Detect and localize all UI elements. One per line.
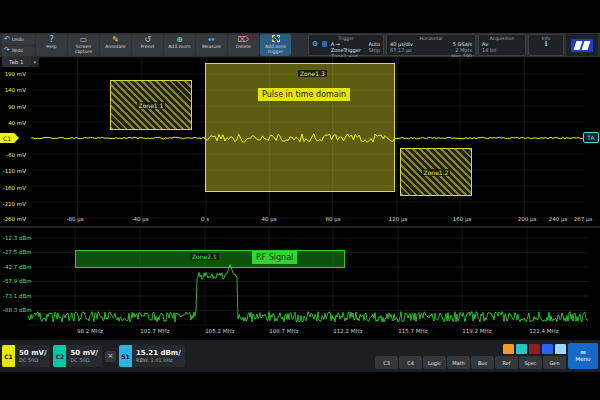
screen-capture-button[interactable]: ▭ Screen capture — [68, 34, 99, 56]
annotate-label: Annotate — [105, 44, 126, 49]
app-color-tile[interactable] — [542, 344, 553, 354]
channel1-scale: 50 mV/ — [19, 349, 46, 357]
time-x-label: 160 µs — [444, 216, 480, 222]
spec-x-label: 98.2 MHz — [70, 328, 110, 334]
spec-y-label: -12.3 dBm — [3, 235, 33, 241]
spectrum-plot[interactable]: Zone2.1 RF Signal -12.3 dBm -27.5 dBm -4… — [0, 228, 600, 338]
bottom-right-controls: C3 C4 Logic Math Bus Ref Spec Gen ≡ Menu — [375, 343, 598, 369]
zone-1-1[interactable]: Zone1.1 — [110, 80, 192, 130]
screen-capture-label: Screen capture — [68, 44, 99, 54]
zone-1-2[interactable]: Zone1.2 — [400, 148, 472, 196]
time-y-label: -110 mV — [0, 168, 26, 174]
channel2-badge[interactable]: C2 50 mV/ DC 50Ω — [53, 345, 101, 367]
add-zoom-button[interactable]: ⊕ Add zoom — [164, 34, 195, 56]
trigger-source: A → ZoneTrigger — [331, 41, 365, 53]
channel1-coupling: DC 50Ω — [19, 357, 46, 363]
ref-button[interactable]: Ref — [495, 356, 518, 369]
c4-button[interactable]: C4 — [399, 356, 422, 369]
pulse-annotation: Pulse in time domain — [258, 88, 350, 101]
trigger-a-marker-label: TA — [587, 134, 594, 141]
add-zone-trigger-label: Add zone trigger — [260, 44, 291, 54]
spectrum-badge[interactable]: S1 15.21 dBm/ RBW: 1.01 kHz — [119, 345, 185, 367]
spec-y-label: -27.5 dBm — [3, 249, 33, 255]
time-x-label: 120 µs — [380, 216, 416, 222]
tab-1[interactable]: Tab 1 — [2, 57, 31, 67]
delete-label: Delete — [236, 44, 251, 49]
quick-color-tiles — [503, 344, 566, 354]
app-color-tile[interactable] — [529, 344, 540, 354]
time-y-label: -160 mV — [0, 185, 26, 191]
screen-capture-icon: ▭ — [80, 35, 88, 44]
annotate-button[interactable]: ✎ Annotate — [100, 34, 131, 56]
acquisition-panel[interactable]: Acquisition Av 14 bit — [478, 34, 526, 56]
spec-x-label: 105.2 MHz — [200, 328, 240, 334]
spec-x-label: 112.2 MHz — [328, 328, 368, 334]
preset-icon: ↺ — [144, 35, 151, 44]
add-zone-trigger-button[interactable]: Add zone trigger — [260, 34, 291, 56]
help-icon: ? — [49, 35, 53, 44]
status-panels: Trigger ⚙ A → ZoneTrigger Zone1 and Zone… — [308, 34, 598, 56]
math-button[interactable]: Math — [447, 356, 470, 369]
trigger-a-marker[interactable]: TA — [583, 132, 599, 143]
measure-icon: ↔ — [208, 35, 215, 44]
spec-x-label: 115.7 MHz — [393, 328, 433, 334]
tab-dropdown[interactable]: ▾ — [31, 57, 40, 67]
time-y-label: 90 mV — [0, 104, 26, 110]
spectrum-scale: 15.21 dBm/ — [136, 349, 181, 357]
time-x-label: 0 s — [187, 216, 223, 222]
trigger-state: Stop — [368, 47, 380, 53]
channel1-marker[interactable]: C1 — [0, 133, 14, 143]
horizontal-panel[interactable]: Horizontal 40 µs/div 67.17 µs 5 GSa/s 2 … — [386, 34, 476, 56]
rohde-schwarz-logo-icon — [571, 39, 593, 52]
time-y-label: -210 mV — [0, 201, 26, 207]
app-color-tile[interactable] — [503, 344, 514, 354]
spec-y-label: -88.3 dBm — [3, 307, 33, 313]
spectrum-trace — [0, 228, 600, 338]
rf-signal-annotation: RF Signal — [252, 251, 297, 264]
menu-button[interactable]: ≡ Menu — [568, 343, 598, 369]
spec-y-label: -73.1 dBm — [3, 293, 33, 299]
info-panel[interactable]: Info ℹ — [528, 34, 564, 56]
preset-button[interactable]: ↺ Preset — [132, 34, 163, 56]
spectrum-badge-tab: S1 — [119, 345, 132, 367]
time-x-label: -80 µs — [57, 216, 93, 222]
logic-button[interactable]: Logic — [423, 356, 446, 369]
channel2-scale: 50 mV/ — [70, 349, 97, 357]
gen-button[interactable]: Gen — [543, 356, 566, 369]
spectrum-rbw: RBW: 1.01 kHz — [136, 357, 181, 363]
delete-button[interactable]: ⌦ Delete — [228, 34, 259, 56]
app-color-tile[interactable] — [555, 344, 566, 354]
time-x-label: 80 µs — [315, 216, 351, 222]
delete-icon: ⌦ — [238, 35, 249, 44]
add-zoom-icon: ⊕ — [176, 35, 183, 44]
zone-2-1-label: Zone2.1 — [190, 253, 219, 260]
channel2-coupling: DC 50Ω — [70, 357, 97, 363]
spec-button[interactable]: Spec — [519, 356, 542, 369]
close-icon[interactable]: × — [105, 351, 116, 362]
undo-label: Undo — [12, 37, 24, 42]
help-button[interactable]: ? Help — [36, 34, 67, 56]
redo-label: Redo — [12, 48, 23, 53]
time-y-label: -260 mV — [0, 216, 26, 222]
app-color-tile[interactable] — [516, 344, 527, 354]
c3-button[interactable]: C3 — [375, 356, 398, 369]
zone-1-3-label: Zone1.3 — [298, 70, 327, 77]
redo-icon: ↷ — [4, 47, 10, 54]
time-domain-plot[interactable]: Zone1.1 Zone1.3 Zone1.2 Pulse in time do… — [0, 57, 600, 228]
measure-button[interactable]: ↔ Measure — [196, 34, 227, 56]
bus-button[interactable]: Bus — [471, 356, 494, 369]
time-y-label: 190 mV — [0, 71, 26, 77]
time-y-label: 140 mV — [0, 87, 26, 93]
zone-1-3[interactable]: Zone1.3 — [205, 63, 395, 192]
tab-bar: Tab 1 ▾ — [2, 57, 39, 67]
menu-label: Menu — [575, 356, 590, 363]
spectrum-grid — [0, 228, 600, 338]
horizontal-position: 67.17 µs — [390, 47, 413, 53]
trigger-panel[interactable]: Trigger ⚙ A → ZoneTrigger Zone1 and Zone… — [308, 34, 384, 56]
undo-redo-group: ↶ Undo ↷ Redo — [2, 34, 35, 56]
channel1-badge[interactable]: C1 50 mV/ DC 50Ω — [2, 345, 50, 367]
add-zoom-label: Add zoom — [168, 44, 190, 49]
tab-1-label: Tab 1 — [9, 59, 24, 65]
undo-button[interactable]: ↶ Undo — [2, 34, 35, 45]
redo-button[interactable]: ↷ Redo — [2, 46, 35, 57]
